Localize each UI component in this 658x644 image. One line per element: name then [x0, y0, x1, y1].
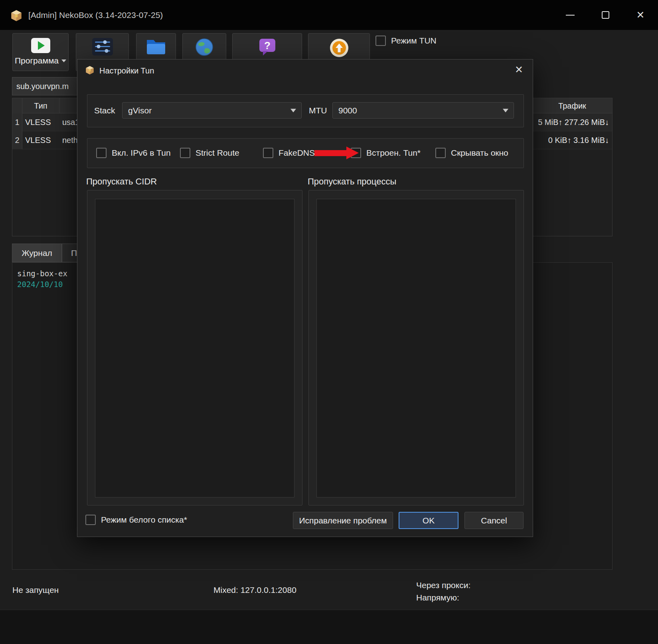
builtin-tun-checkbox[interactable]: Встроен. Tun*: [351, 148, 421, 158]
bypass-process-list[interactable]: [316, 199, 516, 497]
play-icon: [31, 38, 50, 53]
checkbox-box: [351, 148, 361, 158]
window-title: [Admin] NekoBox (3.14-2023-07-25): [28, 10, 163, 20]
window-controls: ✕: [553, 0, 658, 30]
status-text: Не запущен: [12, 585, 59, 595]
via-proxy-label: Через прокси:: [416, 579, 470, 591]
row-number: 1: [12, 113, 22, 131]
hide-window-label: Скрывать окно: [451, 148, 508, 158]
traffic-status: Через прокси: Напрямую:: [416, 579, 470, 604]
maximize-button[interactable]: [588, 0, 623, 30]
dialog-titlebar: Настройки Tun: [77, 59, 533, 82]
fakedns-label: FakeDNS: [279, 148, 315, 158]
cell-traffic: 5 MiB↑ 277.26 MiB↓: [538, 113, 609, 131]
mixed-proxy-address: Mixed: 127.0.0.1:2080: [213, 585, 296, 595]
close-button[interactable]: ✕: [623, 0, 658, 30]
cell-type: VLESS: [25, 131, 51, 149]
mtu-value: 9000: [338, 106, 357, 115]
tun-mode-label: Режим TUN: [391, 36, 437, 46]
strict-route-label: Strict Route: [196, 148, 239, 158]
column-header-type[interactable]: Тип: [22, 98, 59, 113]
arrow-up-circle-icon: [329, 38, 349, 59]
globe-icon: [195, 38, 213, 58]
svg-text:?: ?: [264, 40, 271, 52]
bypass-cidr-label: Пропускать CIDR: [86, 176, 157, 187]
ipv6-checkbox[interactable]: Вкл. IPv6 в Tun: [96, 148, 171, 158]
cancel-button[interactable]: Cancel: [464, 512, 524, 529]
mtu-combobox[interactable]: 9000: [332, 102, 514, 119]
dialog-title: Настройки Tun: [99, 66, 154, 75]
subscription-tab[interactable]: sub.yourvpn.m: [12, 77, 78, 95]
folder-icon: [146, 38, 166, 56]
hide-window-checkbox[interactable]: Скрывать окно: [435, 148, 508, 158]
tun-mode-checkbox[interactable]: Режим TUN: [375, 36, 437, 46]
tab-journal[interactable]: Журнал: [12, 244, 62, 262]
checkbox-box: [85, 515, 96, 525]
row-number: 2: [12, 131, 22, 149]
fakedns-checkbox[interactable]: FakeDNS: [263, 148, 315, 158]
builtin-tun-label: Встроен. Tun*: [366, 148, 421, 158]
checkbox-box: [435, 148, 446, 158]
table-corner[interactable]: [12, 98, 22, 113]
strict-route-checkbox[interactable]: Strict Route: [180, 148, 239, 158]
bypass-process-label: Пропускать процессы: [308, 176, 396, 187]
troubleshoot-button[interactable]: Исправление проблем: [293, 512, 393, 529]
whitelist-mode-checkbox[interactable]: Режим белого списка*: [85, 515, 187, 525]
direct-label: Напрямую:: [416, 591, 470, 604]
stack-value: gVisor: [128, 106, 152, 115]
dialog-icon: [85, 65, 95, 77]
cell-traffic: 0 KiB↑ 3.16 MiB↓: [548, 131, 609, 149]
minimize-icon: [566, 15, 575, 16]
close-icon: ✕: [636, 10, 645, 20]
cell-type: VLESS: [25, 113, 51, 131]
question-bubble-icon: ?: [258, 38, 277, 58]
whitelist-mode-label: Режим белого списка*: [101, 515, 187, 525]
checkbox-box: [375, 36, 386, 46]
maximize-icon: [602, 11, 609, 19]
ok-button[interactable]: OK: [399, 512, 458, 529]
tun-settings-dialog: Настройки Tun ✕ Stack gVisor MTU 9000 Вк…: [77, 59, 533, 537]
mtu-label: MTU: [309, 106, 327, 115]
minimize-button[interactable]: [553, 0, 588, 30]
app-icon: [10, 8, 23, 22]
column-header-traffic[interactable]: Трафик: [531, 98, 613, 113]
sliders-icon: [92, 38, 113, 57]
chevron-down-icon: [503, 109, 508, 112]
chevron-down-icon: [61, 59, 66, 62]
chevron-down-icon: [290, 109, 296, 112]
checkbox-box: [96, 148, 107, 158]
ipv6-label: Вкл. IPv6 в Tun: [112, 148, 171, 158]
checkbox-box: [180, 148, 190, 158]
stack-label: Stack: [94, 106, 115, 115]
program-menu-button[interactable]: Программа: [12, 33, 69, 71]
checkbox-box: [263, 148, 273, 158]
dialog-close-icon[interactable]: ✕: [515, 65, 523, 75]
bypass-cidr-list[interactable]: [95, 199, 294, 497]
program-button-label: Программа: [15, 56, 59, 65]
stack-dropdown[interactable]: gVisor: [122, 102, 302, 119]
app-window: [Admin] NekoBox (3.14-2023-07-25) ✕ Прог…: [0, 0, 658, 644]
bottom-panel: [0, 610, 658, 644]
titlebar: [Admin] NekoBox (3.14-2023-07-25) ✕: [0, 0, 658, 30]
